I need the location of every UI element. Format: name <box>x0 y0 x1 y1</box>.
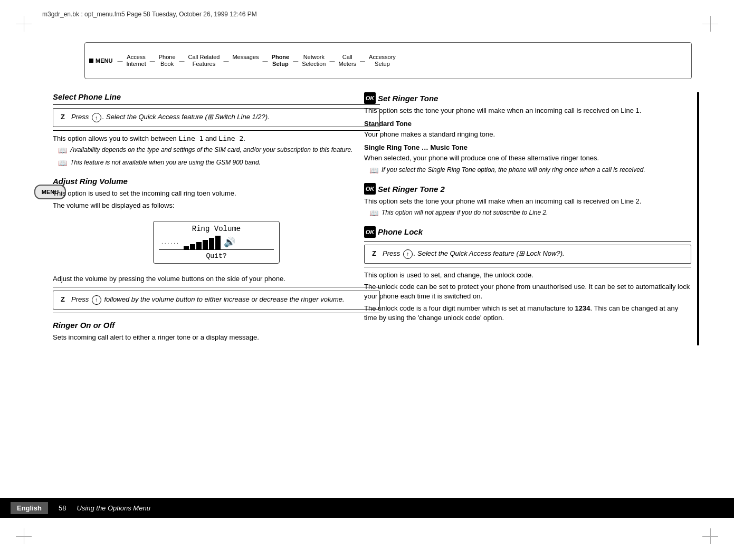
nav-as-line2: Setup <box>369 61 396 67</box>
nav-item-call-related[interactable]: Call Related Features <box>186 53 222 69</box>
arrow-3: — <box>179 58 185 64</box>
phone-lock-section: OK Phone Lock Z Press ↑. Select the Quic… <box>364 226 691 323</box>
standard-tone-heading: Standard Tone <box>364 120 691 128</box>
menu-label: MENU <box>89 57 112 64</box>
arrow-5: — <box>263 58 268 64</box>
arrow-6: — <box>293 58 298 64</box>
ring-volume-box: Ring Volume ...... 🔊 Quit? <box>153 221 280 264</box>
standard-tone-body: Your phone makes a standard ringing tone… <box>364 130 691 139</box>
nav-as-line1: Accessory <box>369 54 396 61</box>
up-arrow-icon-1: ↑ <box>92 113 101 122</box>
footer-bar: English 58 Using the Options Menu <box>0 498 734 518</box>
nav-item-phone-setup[interactable]: Phone Setup <box>270 53 292 69</box>
set-ringer-tone2-note: 📖 This option will not appear if you do … <box>369 208 691 219</box>
nav-item-network-selection[interactable]: Network Selection <box>300 53 328 69</box>
corner-mark-bl <box>16 528 32 544</box>
bar-1 <box>184 246 189 249</box>
adjust-ring-volume-body1: This option is used to set the incoming … <box>53 189 380 198</box>
phone-lock-note: Z Press ↑. Select the Quick Access featu… <box>364 245 691 264</box>
nav-pb-line2: Book <box>159 61 176 67</box>
adjust-ring-volume-body3: Adjust the volume by pressing the volume… <box>53 274 380 284</box>
bar-4 <box>203 240 208 249</box>
book-icon-2: 📖 <box>58 158 67 169</box>
note1-text: Press ↑. Select the Quick Access feature… <box>71 113 270 122</box>
nav-item-call-meters[interactable]: Call Meters <box>336 53 358 69</box>
header-text: m3gdr_en.bk : opt_menu.fm5 Page 58 Tuesd… <box>42 11 257 18</box>
menu-square-icon <box>89 59 93 63</box>
nav-item-accessory-setup[interactable]: Accessory Setup <box>367 53 398 69</box>
ringer-on-off-heading: Ringer On or Off <box>53 321 380 330</box>
nav-cr-line1: Call Related <box>188 54 220 61</box>
corner-mark-tr <box>702 16 718 32</box>
arrow-2: — <box>150 58 155 64</box>
phone-lock-heading: Phone Lock <box>378 227 423 236</box>
z-icon-3: Z <box>370 249 378 257</box>
select-phone-line-body1: This option allows you to switch between… <box>53 134 380 143</box>
up-arrow-icon-3: ↑ <box>403 249 413 259</box>
nav-item-phone-book[interactable]: Phone Book <box>157 53 178 69</box>
nav-ps-line2: Setup <box>272 61 290 67</box>
ok-icon-1: OK <box>364 92 376 104</box>
ring-vol-note-text: Press ↑ followed by the volume button to… <box>71 295 345 305</box>
note-book-1: 📖 Availability depends on the type and s… <box>58 146 380 156</box>
nav-item-access-internet[interactable]: Access Internet <box>124 53 148 69</box>
single-ring-body: When selected, your phone will produce o… <box>364 153 691 163</box>
ok-icon-3: OK <box>364 226 376 238</box>
arrow-4: — <box>223 58 228 64</box>
ringer-on-off-section: Ringer On or Off Sets incoming call aler… <box>53 321 380 342</box>
select-phone-line-heading: Select Phone Line <box>53 92 380 101</box>
up-arrow-icon-2: ↑ <box>92 295 101 305</box>
phone-lock-body1: This option is used to set, and change, … <box>364 271 691 280</box>
right-column: OK Set Ringer Tone This option sets the … <box>364 92 691 325</box>
z-icon-1: Z <box>59 113 67 121</box>
left-column: Select Phone Line Z Press ↑. Select the … <box>53 92 380 344</box>
single-ring-note: 📖 If you select the Single Ring Tone opt… <box>369 166 691 176</box>
phone-lock-hr2 <box>364 267 691 267</box>
adjust-ring-volume-heading: Adjust Ring Volume <box>53 177 380 186</box>
ring-vol-hr2 <box>53 313 380 313</box>
adjust-ring-volume-section: Adjust Ring Volume This option is used t… <box>53 177 380 313</box>
select-phone-line-section: Select Phone Line Z Press ↑. Select the … <box>53 92 380 168</box>
nav-cr-line2: Features <box>188 61 220 67</box>
nav-item-messages[interactable]: Messages <box>230 53 261 69</box>
ring-vol-note: Z Press ↑ followed by the volume button … <box>53 291 380 310</box>
phone-lock-note-text: Press ↑. Select the Quick Access feature… <box>383 249 565 259</box>
section-hr-2 <box>53 130 380 131</box>
volume-dots: ...... <box>161 240 183 245</box>
ring-volume-bars: ...... 🔊 <box>159 235 274 250</box>
nav-ns-line1: Network <box>302 54 326 61</box>
footer-page-number: 58 <box>59 504 66 512</box>
ringer-on-off-body: Sets incoming call alert to either a rin… <box>53 333 380 342</box>
book-icon-3: 📖 <box>369 166 378 176</box>
arrow-7: — <box>329 58 335 64</box>
page-header: m3gdr_en.bk : opt_menu.fm5 Page 58 Tuesd… <box>42 11 692 18</box>
arrow-1: — <box>117 58 122 64</box>
nav-cm-line2: Meters <box>338 61 356 67</box>
nav-msg-line2 <box>232 61 259 67</box>
book-icon-1: 📖 <box>58 146 67 156</box>
corner-mark-br <box>702 528 718 544</box>
phone-lock-body3: The unlock code is a four digit number w… <box>364 304 691 323</box>
nav-item-line2: Internet <box>126 61 146 67</box>
adjust-ring-volume-body2: The volume will be displayed as follows: <box>53 201 380 210</box>
set-ringer-tone2-body: This option sets the tone your phone wil… <box>364 197 691 206</box>
arrow-8: — <box>360 58 365 64</box>
nav-pb-line1: Phone <box>159 54 176 61</box>
set-ringer-tone2-section: OK Set Ringer Tone 2 This option sets th… <box>364 183 691 219</box>
phone-lock-heading-row: OK Phone Lock <box>364 226 691 238</box>
nav-msg-line1: Messages <box>232 54 259 61</box>
select-phone-line-note: Z Press ↑. Select the Quick Access featu… <box>53 108 380 127</box>
ring-volume-quit: Quit? <box>159 252 274 260</box>
ok-icon-2: OK <box>364 183 376 195</box>
bar-3 <box>196 242 202 249</box>
z-icon-2: Z <box>59 295 67 303</box>
ring-volume-display: Ring Volume ...... 🔊 Quit? <box>53 216 380 269</box>
set-ringer-tone-section: OK Set Ringer Tone This option sets the … <box>364 92 691 176</box>
bar-5 <box>209 238 214 249</box>
volume-icon: 🔊 <box>224 236 235 248</box>
bar-2 <box>190 244 195 249</box>
book-icon-4: 📖 <box>369 208 378 219</box>
nav-ps-line1: Phone <box>272 54 290 61</box>
note-book-2: 📖 This feature is not available when you… <box>58 158 380 169</box>
ring-volume-label: Ring Volume <box>159 225 274 233</box>
